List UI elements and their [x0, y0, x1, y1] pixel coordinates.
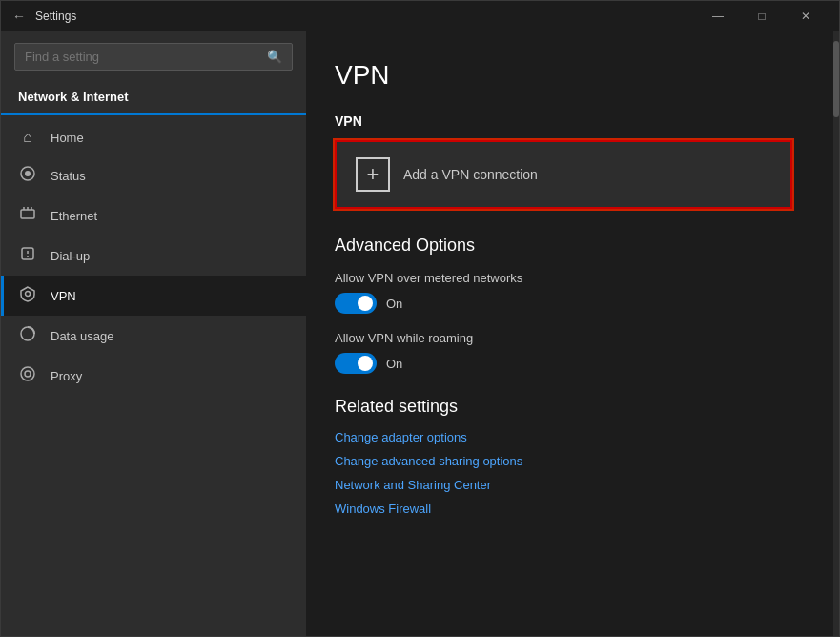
network-sharing-center-link[interactable]: Network and Sharing Center [335, 478, 801, 492]
vpn-icon [18, 285, 37, 306]
advanced-options-title: Advanced Options [335, 236, 801, 256]
search-input[interactable] [25, 50, 259, 64]
windows-firewall-link[interactable]: Windows Firewall [335, 502, 801, 516]
toggle-metered-status: On [386, 297, 402, 311]
toggle-metered-label: Allow VPN over metered networks [335, 271, 801, 285]
close-button[interactable]: ✕ [784, 1, 828, 31]
data-usage-icon [18, 325, 37, 346]
sidebar-item-label: Proxy [51, 369, 82, 383]
proxy-icon [18, 365, 37, 386]
search-icon: 🔍 [267, 50, 282, 64]
toggle-roaming-label: Allow VPN while roaming [335, 331, 801, 345]
vpn-section-label: VPN [335, 113, 801, 129]
titlebar: ← Settings — □ ✕ [1, 1, 839, 31]
sidebar-item-dialup[interactable]: Dial-up [1, 236, 306, 276]
toggle-metered-networks: Allow VPN over metered networks On [335, 271, 801, 314]
toggle-roaming-status: On [386, 357, 402, 371]
svg-rect-2 [21, 210, 34, 218]
dialup-icon [18, 245, 37, 266]
sidebar-item-home[interactable]: ⌂ Home [1, 119, 306, 155]
ethernet-icon [18, 205, 37, 226]
toggle-roaming-switch[interactable] [335, 353, 377, 374]
content-area: 🔍 Network & Internet ⌂ Home [1, 31, 839, 636]
sidebar-item-ethernet[interactable]: Ethernet [1, 195, 306, 236]
sidebar: 🔍 Network & Internet ⌂ Home [1, 31, 306, 636]
sidebar-item-data-usage[interactable]: Data usage [1, 316, 306, 356]
page-title: VPN [335, 60, 801, 91]
maximize-button[interactable]: □ [740, 1, 784, 31]
toggle-roaming-container: On [335, 353, 801, 374]
svg-point-1 [25, 171, 31, 176]
sidebar-item-status[interactable]: Status [1, 155, 306, 195]
sidebar-item-label: Dial-up [51, 249, 90, 263]
search-box[interactable]: 🔍 [14, 43, 293, 71]
related-settings-title: Related settings [335, 397, 801, 417]
home-icon: ⌂ [18, 129, 37, 146]
sidebar-item-vpn[interactable]: VPN [1, 276, 306, 316]
minimize-button[interactable]: — [696, 1, 740, 31]
change-advanced-sharing-link[interactable]: Change advanced sharing options [335, 454, 801, 468]
titlebar-title: Settings [35, 10, 696, 23]
sidebar-nav: ⌂ Home Status [1, 119, 306, 636]
scrollbar-thumb[interactable] [833, 41, 839, 117]
sidebar-item-label: Status [51, 169, 86, 183]
main-content: VPN VPN + Add a VPN connection Advanced … [306, 31, 839, 636]
sidebar-item-proxy[interactable]: Proxy [1, 356, 306, 396]
window-controls: — □ ✕ [696, 1, 828, 31]
sidebar-item-label: Home [51, 131, 84, 145]
settings-window: ← Settings — □ ✕ 🔍 Network & Internet ⌂ … [0, 0, 840, 637]
sidebar-item-label: Data usage [51, 329, 114, 343]
svg-point-12 [25, 371, 31, 377]
back-button[interactable]: ← [12, 9, 26, 24]
add-vpn-label: Add a VPN connection [403, 167, 538, 182]
add-vpn-plus-icon: + [356, 157, 390, 192]
svg-point-9 [26, 292, 31, 297]
toggle-metered-container: On [335, 293, 801, 314]
sidebar-item-label: Ethernet [51, 209, 97, 223]
toggle-roaming: Allow VPN while roaming On [335, 331, 801, 374]
add-vpn-button[interactable]: + Add a VPN connection [335, 140, 792, 209]
change-adapter-options-link[interactable]: Change adapter options [335, 430, 801, 444]
status-icon [18, 165, 37, 186]
scrollbar-track [833, 31, 839, 636]
sidebar-item-label: VPN [51, 289, 76, 303]
toggle-metered-switch[interactable] [335, 293, 377, 314]
svg-point-8 [27, 256, 29, 257]
sidebar-section-title: Network & Internet [1, 82, 306, 115]
svg-point-11 [21, 367, 34, 380]
